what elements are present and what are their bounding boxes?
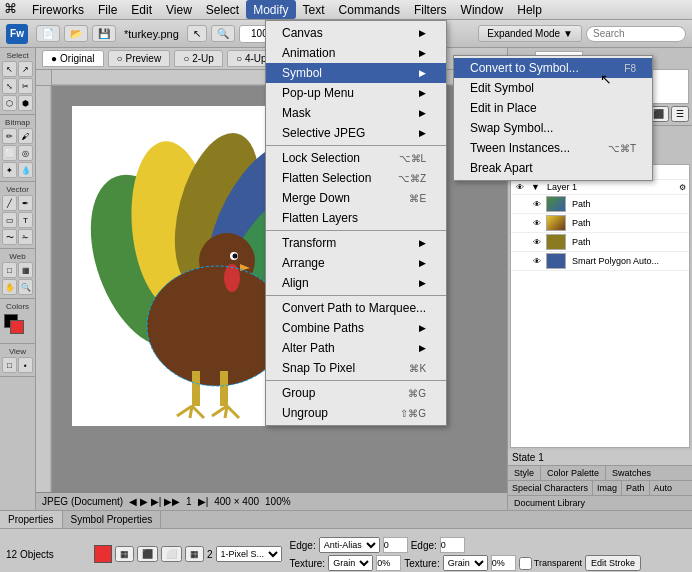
lasso-tool[interactable]: ⬢ [18, 95, 33, 111]
apple-menu[interactable]: ⌘ [4, 1, 17, 16]
fill-color-display[interactable] [94, 545, 112, 563]
edit-in-place-item[interactable]: Edit in Place [454, 98, 652, 118]
search-input[interactable] [586, 26, 686, 42]
special-chars-tab[interactable]: Special Characters [508, 481, 593, 495]
symbol-properties-tab[interactable]: Symbol Properties [63, 511, 162, 528]
path2-eye[interactable]: 👁 [531, 217, 543, 229]
eraser-tool[interactable]: ⬜ [2, 145, 17, 161]
pencil-tool[interactable]: ✏ [2, 128, 17, 144]
magic-wand-tool[interactable]: ⬡ [2, 95, 17, 111]
texture-select[interactable]: Grain [328, 555, 373, 571]
blur-tool[interactable]: ◎ [18, 145, 33, 161]
break-apart-item[interactable]: Break Apart [454, 158, 652, 178]
layer1-item[interactable]: 👁 ▼ Layer 1 ⚙ [511, 180, 689, 195]
freeform-tool[interactable]: 〜 [2, 229, 17, 245]
path-item-3[interactable]: 👁 Path [511, 233, 689, 252]
pointer-tool[interactable]: ↖ [187, 25, 207, 42]
knife-tool[interactable]: ✁ [18, 229, 33, 245]
path-tab-right[interactable]: Path [622, 481, 650, 495]
menu-animation[interactable]: Animation ▶ [266, 43, 446, 63]
menu-symbol[interactable]: Symbol ▶ [266, 63, 446, 83]
properties-tab[interactable]: Properties [0, 511, 63, 528]
menubar-filters[interactable]: Filters [407, 0, 454, 19]
path1-eye[interactable]: 👁 [531, 198, 543, 210]
zoom-tool[interactable]: 🔍 [18, 279, 33, 295]
auto-tab[interactable]: Auto [650, 481, 677, 495]
new-button[interactable]: 📄 [36, 25, 60, 42]
menu-flatten-selection[interactable]: Flatten Selection ⌥⌘Z [266, 168, 446, 188]
path3-eye[interactable]: 👁 [531, 236, 543, 248]
menu-mask[interactable]: Mask ▶ [266, 103, 446, 123]
style-tab[interactable]: Style [508, 466, 541, 480]
swatches-tab[interactable]: Swatches [606, 466, 657, 480]
tab-preview[interactable]: ○ Preview [108, 50, 171, 67]
smart-polygon-eye[interactable]: 👁 [531, 255, 543, 267]
tab-2up[interactable]: ○ 2-Up [174, 50, 223, 67]
fullscreen-tool[interactable]: ▪ [18, 357, 33, 373]
scale-tool[interactable]: ⤡ [2, 78, 17, 94]
menubar-window[interactable]: Window [454, 0, 511, 19]
zoom-out-button[interactable]: 🔍 [211, 25, 235, 42]
menu-canvas[interactable]: Canvas ▶ [266, 23, 446, 43]
menubar-modify[interactable]: Modify [246, 0, 295, 19]
subselect-tool[interactable]: ↗ [18, 61, 33, 77]
fill-option-button[interactable]: ⬛ [137, 546, 158, 562]
swatch-options-button[interactable]: ☰ [671, 106, 689, 122]
standard-view-tool[interactable]: □ [2, 357, 17, 373]
color-palette-tab[interactable]: Color Palette [541, 466, 606, 480]
menubar-select[interactable]: Select [199, 0, 246, 19]
swap-symbol-item[interactable]: Swap Symbol... [454, 118, 652, 138]
edit-stroke-button[interactable]: Edit Stroke [585, 555, 641, 571]
menu-arrange[interactable]: Arrange ▶ [266, 253, 446, 273]
menubar-view[interactable]: View [159, 0, 199, 19]
select-tool[interactable]: ↖ [2, 61, 17, 77]
brush-tool[interactable]: 🖌 [18, 128, 33, 144]
menu-alter-path[interactable]: Alter Path ▶ [266, 338, 446, 358]
pen-tool[interactable]: ✒ [18, 195, 33, 211]
menu-group[interactable]: Group ⌘G [266, 383, 446, 403]
menubar-text[interactable]: Text [296, 0, 332, 19]
fill-type-button[interactable]: ▦ [115, 546, 134, 562]
open-button[interactable]: 📂 [64, 25, 88, 42]
texture2-select[interactable]: Grain [443, 555, 488, 571]
tween-instances-item[interactable]: Tween Instances... ⌥⌘T [454, 138, 652, 158]
menu-combine-paths[interactable]: Combine Paths ▶ [266, 318, 446, 338]
texture-pct-input[interactable] [376, 555, 401, 571]
path-item-2[interactable]: 👁 Path [511, 214, 689, 233]
menubar-fireworks[interactable]: Fireworks [25, 0, 91, 19]
menubar-file[interactable]: File [91, 0, 124, 19]
line-tool[interactable]: ╱ [2, 195, 17, 211]
hand-tool[interactable]: ✋ [2, 279, 17, 295]
document-library-tab[interactable]: Document Library [508, 496, 591, 510]
stroke-type-select[interactable]: 1-Pixel S... [216, 546, 282, 562]
imag-tab[interactable]: Imag [593, 481, 622, 495]
menu-align[interactable]: Align ▶ [266, 273, 446, 293]
layer1-options[interactable]: ⚙ [679, 183, 686, 192]
transparent-checkbox[interactable] [519, 557, 532, 570]
rectangle-tool[interactable]: ▭ [2, 212, 17, 228]
layer1-expand[interactable]: ▼ [531, 182, 540, 192]
menu-selective-jpeg[interactable]: Selective JPEG ▶ [266, 123, 446, 143]
menu-convert-path[interactable]: Convert Path to Marquee... [266, 298, 446, 318]
menu-lock-selection[interactable]: Lock Selection ⌥⌘L [266, 148, 446, 168]
menu-ungroup[interactable]: Ungroup ⇧⌘G [266, 403, 446, 423]
menubar-edit[interactable]: Edit [124, 0, 159, 19]
menu-merge-down[interactable]: Merge Down ⌘E [266, 188, 446, 208]
smart-polygon-item[interactable]: 👁 Smart Polygon Auto... [511, 252, 689, 271]
expanded-mode-button[interactable]: Expanded Mode ▼ [478, 25, 582, 42]
tab-original[interactable]: ● Original [42, 50, 104, 67]
menu-popup[interactable]: Pop-up Menu ▶ [266, 83, 446, 103]
hotspot-tool[interactable]: □ [2, 262, 17, 278]
fill-option3-button[interactable]: ▦ [185, 546, 204, 562]
eyedropper-tool[interactable]: 💧 [18, 162, 33, 178]
fill-option2-button[interactable]: ⬜ [161, 546, 182, 562]
menu-flatten-layers[interactable]: Flatten Layers [266, 208, 446, 228]
fill-color-swatch[interactable] [10, 320, 24, 334]
edit-symbol-item[interactable]: Edit Symbol [454, 78, 652, 98]
menu-snap-pixel[interactable]: Snap To Pixel ⌘K [266, 358, 446, 378]
path-item-1[interactable]: 👁 Path [511, 195, 689, 214]
text-tool[interactable]: T [18, 212, 33, 228]
menubar-help[interactable]: Help [510, 0, 549, 19]
menu-transform[interactable]: Transform ▶ [266, 233, 446, 253]
edge2-value-input[interactable] [440, 537, 465, 553]
